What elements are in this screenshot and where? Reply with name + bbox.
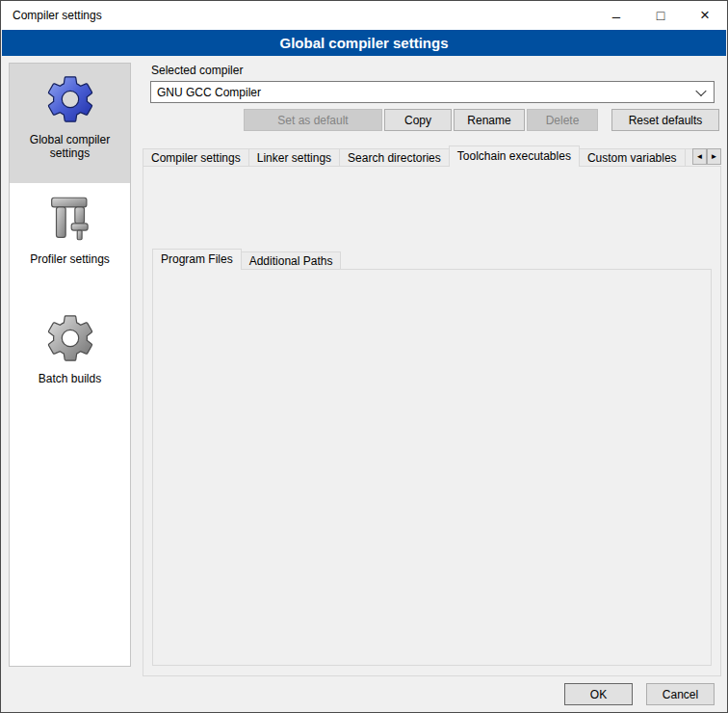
selected-compiler-label: Selected compiler [151, 64, 243, 77]
program-files-panel [152, 269, 712, 666]
maximize-button[interactable]: □ [638, 1, 683, 30]
compiler-settings-window: Compiler settings – □ × Global compiler … [0, 0, 728, 713]
tab-linker-settings[interactable]: Linker settings [248, 148, 340, 167]
sidebar-item-global-compiler-settings[interactable]: Global compiler settings [10, 64, 130, 183]
window-title: Compiler settings [1, 9, 102, 22]
copy-button[interactable]: Copy [384, 109, 452, 131]
selected-compiler-value: GNU GCC Compiler [157, 86, 261, 99]
program-files-tab-strip: Program Files Additional Paths [152, 249, 340, 270]
tab-build-options[interactable]: Build [685, 148, 692, 167]
tab-custom-variables[interactable]: Custom variables [579, 148, 686, 167]
window-controls: – □ × [594, 1, 727, 30]
subtab-additional-paths[interactable]: Additional Paths [241, 251, 342, 270]
sidebar: Global compiler settings Profiler settin… [9, 63, 131, 667]
titlebar: Compiler settings – □ × [1, 1, 727, 30]
delete-button[interactable]: Delete [527, 109, 598, 131]
ok-button[interactable]: OK [564, 683, 633, 705]
gear-blue-icon [42, 71, 98, 127]
sidebar-item-label: Global compiler settings [13, 133, 126, 160]
reset-defaults-button[interactable]: Reset defaults [611, 109, 719, 131]
tab-toolchain-executables[interactable]: Toolchain executables [449, 145, 580, 167]
tab-scroll-left-button[interactable]: ◄ [692, 148, 707, 165]
tab-scroll-right-button[interactable]: ► [707, 148, 721, 165]
subtab-program-files[interactable]: Program Files [152, 249, 242, 270]
rename-button[interactable]: Rename [454, 109, 525, 131]
close-button[interactable]: × [683, 1, 727, 30]
cancel-button[interactable]: Cancel [646, 683, 715, 705]
set-as-default-button[interactable]: Set as default [244, 109, 382, 131]
tab-compiler-settings[interactable]: Compiler settings [143, 148, 249, 167]
tab-search-directories[interactable]: Search directories [339, 148, 450, 167]
selected-compiler-dropdown[interactable]: GNU GCC Compiler [150, 81, 715, 103]
banner-title: Global compiler settings [2, 30, 726, 56]
chevron-down-icon [695, 85, 706, 95]
minimize-button[interactable]: – [594, 1, 638, 30]
main-tab-strip: Compiler settings Linker settings Search… [143, 145, 692, 167]
sidebar-item-label: Profiler settings [30, 252, 110, 266]
profiler-tool-icon [42, 191, 98, 247]
